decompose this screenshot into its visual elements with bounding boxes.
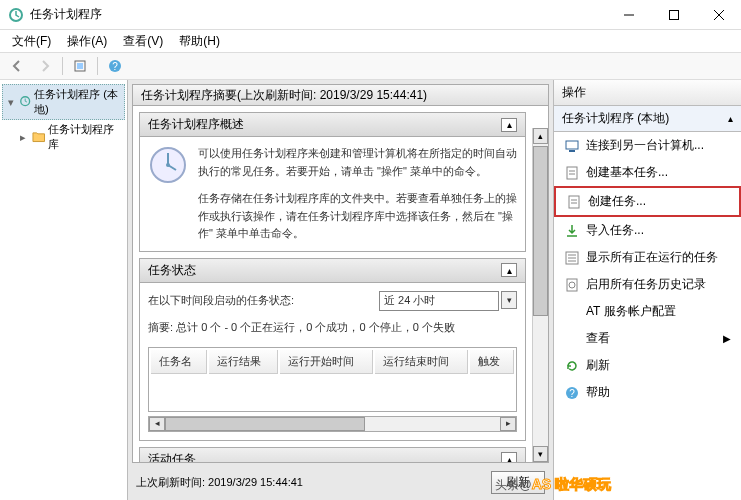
- action-item-1[interactable]: 创建基本任务...: [554, 159, 741, 186]
- menu-help[interactable]: 帮助(H): [173, 31, 226, 52]
- action-item-6[interactable]: AT 服务帐户配置: [554, 298, 741, 325]
- timerange-combo[interactable]: 近 24 小时: [379, 291, 499, 311]
- action-list: 连接到另一台计算机...创建基本任务...创建任务...导入任务...显示所有正…: [554, 132, 741, 500]
- import-icon: [564, 223, 580, 239]
- status-label: 在以下时间段启动的任务状态:: [148, 292, 294, 310]
- refresh-icon: [564, 358, 580, 374]
- task-status-title: 任务状态: [148, 262, 196, 279]
- scroll-right-button[interactable]: ▸: [500, 417, 516, 431]
- scroll-up-button[interactable]: ▴: [533, 128, 548, 144]
- scroll-thumb[interactable]: [165, 417, 365, 431]
- action-item-4[interactable]: 显示所有正在运行的任务: [554, 244, 741, 271]
- action-item-3[interactable]: 导入任务...: [554, 217, 741, 244]
- action-item-7[interactable]: 查看▶: [554, 325, 741, 352]
- menubar: 文件(F) 操作(A) 查看(V) 帮助(H): [0, 30, 741, 52]
- collapse-button[interactable]: ▴: [501, 452, 517, 462]
- tree-root-label: 任务计划程序 (本地): [34, 87, 121, 117]
- help-icon: ?: [564, 385, 580, 401]
- close-button[interactable]: [696, 0, 741, 30]
- active-tasks-title: 活动任务: [148, 451, 196, 462]
- action-label: 创建任务...: [588, 193, 646, 210]
- actions-pane: 操作 任务计划程序 (本地) ▴ 连接到另一台计算机...创建基本任务...创建…: [553, 80, 741, 500]
- overview-body: 可以使用任务计划程序来创建和管理计算机将在所指定的时间自动执行的常见任务。若要开…: [139, 137, 526, 252]
- refresh-button[interactable]: 刷新: [491, 471, 545, 494]
- svg-text:?: ?: [112, 61, 118, 72]
- separator: [97, 57, 98, 75]
- expand-icon[interactable]: ▾: [6, 96, 16, 109]
- action-item-9[interactable]: ?帮助: [554, 379, 741, 406]
- overview-header: 任务计划程序概述 ▴: [139, 112, 526, 137]
- action-item-0[interactable]: 连接到另一台计算机...: [554, 132, 741, 159]
- separator: [62, 57, 63, 75]
- action-item-5[interactable]: 启用所有任务历史记录: [554, 271, 741, 298]
- overview-text-1: 可以使用任务计划程序来创建和管理计算机将在所指定的时间自动执行的常见任务。若要开…: [198, 145, 517, 180]
- action-label: 刷新: [586, 357, 610, 374]
- collapse-icon[interactable]: ▴: [728, 113, 733, 124]
- action-label: 启用所有任务历史记录: [586, 276, 706, 293]
- action-label: 显示所有正在运行的任务: [586, 249, 718, 266]
- collapse-button[interactable]: ▴: [501, 118, 517, 132]
- forward-button[interactable]: [34, 55, 56, 77]
- svg-rect-10: [569, 150, 575, 152]
- task-status-header: 任务状态 ▴: [139, 258, 526, 283]
- minimize-button[interactable]: [606, 0, 651, 30]
- task-table: 任务名 运行结果 运行开始时间 运行结束时间 触发: [148, 347, 517, 412]
- action-label: AT 服务帐户配置: [586, 303, 676, 320]
- back-button[interactable]: [6, 55, 28, 77]
- col-result[interactable]: 运行结果: [209, 350, 278, 375]
- vertical-scrollbar[interactable]: ▴ ▾: [532, 128, 548, 462]
- scroll-left-button[interactable]: ◂: [149, 417, 165, 431]
- maximize-button[interactable]: [651, 0, 696, 30]
- task-icon: [564, 165, 580, 181]
- menu-view[interactable]: 查看(V): [117, 31, 169, 52]
- scope-button[interactable]: [69, 55, 91, 77]
- task-status-body: 在以下时间段启动的任务状态: 近 24 小时 ▾ 摘要: 总计 0 个 - 0 …: [139, 283, 526, 441]
- last-refresh-label: 上次刷新时间: 2019/3/29 15:44:41: [136, 475, 303, 490]
- status-summary-text: 摘要: 总计 0 个 - 0 个正在运行，0 个成功，0 个停止，0 个失败: [148, 319, 517, 337]
- actions-context: 任务计划程序 (本地) ▴: [554, 106, 741, 132]
- col-start[interactable]: 运行开始时间: [280, 350, 373, 375]
- collapse-button[interactable]: ▴: [501, 263, 517, 277]
- action-label: 帮助: [586, 384, 610, 401]
- scheduler-icon: [19, 95, 31, 109]
- expand-icon[interactable]: ▸: [18, 131, 29, 144]
- computer-icon: [564, 138, 580, 154]
- overview-text-2: 任务存储在任务计划程序库的文件夹中。若要查看单独任务上的操作或执行该操作，请在任…: [198, 190, 517, 243]
- blank-icon: [564, 331, 580, 347]
- folder-icon: [32, 130, 45, 144]
- svg-rect-11: [567, 167, 577, 179]
- scroll-down-button[interactable]: ▾: [533, 446, 548, 462]
- svg-rect-3: [77, 63, 83, 69]
- help-toolbar-button[interactable]: ?: [104, 55, 126, 77]
- col-end[interactable]: 运行结束时间: [375, 350, 468, 375]
- scroll-thumb[interactable]: [533, 146, 548, 316]
- chevron-right-icon: ▶: [723, 333, 731, 344]
- action-label: 查看: [586, 330, 610, 347]
- svg-rect-9: [566, 141, 578, 149]
- tree-root[interactable]: ▾ 任务计划程序 (本地): [2, 84, 125, 120]
- task-icon: [566, 194, 582, 210]
- tree-pane: ▾ 任务计划程序 (本地) ▸ 任务计划程序库: [0, 80, 128, 500]
- overview-title: 任务计划程序概述: [148, 116, 244, 133]
- col-name[interactable]: 任务名: [151, 350, 207, 375]
- horizontal-scrollbar[interactable]: ◂ ▸: [148, 416, 517, 432]
- svg-point-8: [166, 163, 170, 167]
- combo-dropdown-button[interactable]: ▾: [501, 291, 517, 309]
- window-title: 任务计划程序: [30, 6, 606, 23]
- list-icon: [564, 250, 580, 266]
- svg-rect-1: [669, 10, 678, 19]
- svg-text:?: ?: [569, 388, 575, 399]
- action-item-2[interactable]: 创建任务...: [554, 186, 741, 217]
- center-pane: 任务计划程序摘要(上次刷新时间: 2019/3/29 15:44:41) 任务计…: [128, 80, 553, 500]
- tree-child[interactable]: ▸ 任务计划程序库: [2, 120, 125, 154]
- footer: 上次刷新时间: 2019/3/29 15:44:41 刷新: [132, 463, 549, 496]
- action-label: 创建基本任务...: [586, 164, 668, 181]
- menu-action[interactable]: 操作(A): [61, 31, 113, 52]
- action-item-8[interactable]: 刷新: [554, 352, 741, 379]
- col-trigger[interactable]: 触发: [470, 350, 514, 375]
- clock-icon: [148, 145, 188, 185]
- svg-rect-12: [569, 196, 579, 208]
- menu-file[interactable]: 文件(F): [6, 31, 57, 52]
- history-icon: [564, 277, 580, 293]
- toolbar: ?: [0, 52, 741, 80]
